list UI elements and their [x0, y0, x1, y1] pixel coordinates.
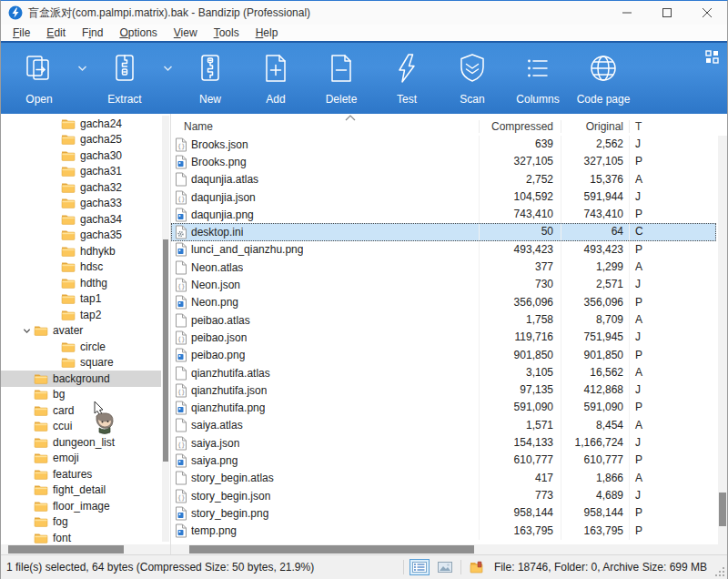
list-vscroll-thumb[interactable]: [719, 493, 726, 526]
file-row-story_begin.atlas[interactable]: story_begin.atlas4171,866A: [171, 470, 716, 487]
bandizip-logo-icon: [8, 5, 23, 20]
file-type: P: [629, 399, 716, 416]
original-size: 1,299: [561, 259, 629, 276]
extract-button[interactable]: Extract: [92, 48, 157, 106]
sidebar-vscroll-thumb[interactable]: [163, 239, 168, 462]
tree-item-features[interactable]: features: [1, 466, 161, 482]
tree-item-dungeon_list[interactable]: dungeon_list: [1, 434, 161, 451]
file-row-saiya.json[interactable]: {}saiya.json154,1331,166,724J: [171, 434, 716, 452]
compressed-size: 1,758: [479, 311, 561, 329]
title-bar[interactable]: 盲盒派对(com.palmpi.matrix).bak - Bandizip (…: [1, 1, 727, 25]
tree-item-label: gacha33: [80, 197, 122, 209]
tree-item-gacha31[interactable]: gacha31: [1, 164, 161, 180]
file-row-qianzhutifa.png[interactable]: qianzhutifa.png591,090591,090P: [171, 399, 716, 416]
menu-item-find[interactable]: Find: [74, 25, 111, 40]
column-header-name[interactable]: Name: [171, 120, 479, 133]
tree-item-fog[interactable]: fog: [1, 514, 161, 531]
tree-item-avater[interactable]: avater: [1, 323, 161, 340]
file-row-daqunjia.json[interactable]: {}daqunjia.json104,592591,944J: [171, 188, 716, 206]
file-row-Brooks.png[interactable]: Brooks.png327,105327,105P: [171, 153, 716, 170]
file-row-daqunjia.atlas[interactable]: daqunjia.atlas2,75215,376A: [171, 171, 716, 188]
tree-item-tap2[interactable]: tap2: [1, 307, 161, 323]
delete-button[interactable]: Delete: [308, 48, 374, 106]
menu-item-file[interactable]: File: [5, 25, 38, 40]
column-header-type[interactable]: T: [629, 120, 727, 133]
minimize-button[interactable]: [607, 1, 647, 25]
file-row-daqunjia.png[interactable]: daqunjia.png743,410743,410P: [171, 206, 716, 223]
file-row-Neon.png[interactable]: Neon.png356,096356,096P: [171, 294, 716, 311]
expand-chevron-icon[interactable]: [19, 327, 34, 335]
tree-item-bg[interactable]: bg: [1, 387, 161, 403]
tree-item-hdhykb[interactable]: hdhykb: [1, 243, 161, 259]
column-header-compressed[interactable]: Compressed: [479, 120, 561, 133]
tree-item-gacha32[interactable]: gacha32: [1, 179, 161, 196]
tree-item-background[interactable]: background: [1, 371, 161, 387]
columns-button[interactable]: Columns: [505, 48, 571, 106]
open-folder-icon[interactable]: [467, 559, 487, 575]
extract-dropdown-button[interactable]: [157, 52, 177, 85]
file-row-desktop.ini[interactable]: desktop.ini5064C: [171, 223, 716, 240]
menu-item-tools[interactable]: Tools: [206, 25, 248, 40]
list-view-icon[interactable]: [410, 559, 430, 575]
sidebar-vertical-scrollbar[interactable]: [162, 116, 169, 542]
file-name: saiya.atlas: [191, 419, 243, 432]
file-row-qianzhutifa.atlas[interactable]: qianzhutifa.atlas3,10516,562A: [171, 364, 716, 381]
file-row-saiya.atlas[interactable]: saiya.atlas1,5718,454A: [171, 417, 716, 434]
file-row-saiya.png[interactable]: saiya.png610,777610,777P: [171, 452, 716, 469]
tree-item-gacha25[interactable]: gacha25: [1, 132, 161, 148]
file-row-temp.png[interactable]: temp.png163,795163,795P: [171, 523, 716, 540]
tree-item-fight_detail[interactable]: fight_detail: [1, 482, 161, 499]
png-file-icon: [175, 523, 191, 538]
menu-item-options[interactable]: Options: [111, 25, 165, 40]
open-button[interactable]: Open: [6, 48, 72, 106]
list-vertical-scrollbar[interactable]: [718, 136, 727, 544]
maximize-button[interactable]: [647, 1, 687, 25]
file-type: J: [629, 381, 716, 399]
tree-item-hdsc[interactable]: hdsc: [1, 259, 161, 276]
tree-item-gacha30[interactable]: gacha30: [1, 147, 161, 164]
close-button[interactable]: [687, 1, 727, 25]
menu-item-edit[interactable]: Edit: [38, 25, 74, 40]
resize-grip[interactable]: [715, 567, 724, 576]
scan-button[interactable]: Scan: [440, 48, 505, 106]
file-row-story_begin.json[interactable]: {}story_begin.json7734,689J: [171, 487, 716, 504]
menu-item-help[interactable]: Help: [248, 25, 287, 40]
tree-item-floor_image[interactable]: floor_image: [1, 498, 161, 514]
image-preview-icon[interactable]: [435, 559, 455, 575]
sidebar-hscroll-thumb[interactable]: [8, 545, 124, 554]
list-hscroll-thumb[interactable]: [189, 545, 474, 554]
original-size: 327,105: [561, 153, 629, 170]
tree-item-gacha24[interactable]: gacha24: [1, 116, 161, 132]
tree-item-gacha33[interactable]: gacha33: [1, 196, 161, 212]
tree-item-hdthg[interactable]: hdthg: [1, 275, 161, 291]
add-button[interactable]: Add: [243, 48, 308, 106]
sidebar-horizontal-scrollbar[interactable]: [1, 544, 171, 554]
code-page-button[interactable]: Code page: [571, 48, 636, 106]
file-row-lunci_and_qianzhu.png[interactable]: lunci_and_qianzhu.png493,423493,423P: [171, 241, 716, 259]
file-row-qianzhutifa.json[interactable]: {}qianzhutifa.json97,135412,868J: [171, 381, 716, 399]
list-horizontal-scrollbar[interactable]: [171, 544, 727, 554]
tree-item-circle[interactable]: circle: [1, 339, 161, 355]
tree-item-card[interactable]: card: [1, 402, 161, 419]
file-row-Neon.json[interactable]: {}Neon.json7302,571J: [171, 276, 716, 293]
file-row-Brooks.json[interactable]: {}Brooks.json6392,562J: [171, 136, 716, 153]
file-row-peibao.json[interactable]: {}peibao.json119,716751,945J: [171, 329, 716, 346]
test-button[interactable]: Test: [374, 48, 440, 106]
tree-item-gacha34[interactable]: gacha34: [1, 211, 161, 228]
tree-item-ccui[interactable]: ccui: [1, 419, 161, 435]
tree-item-square[interactable]: square: [1, 355, 161, 371]
file-row-peibao.atlas[interactable]: peibao.atlas1,7588,709A: [171, 311, 716, 329]
tree-item-emoji[interactable]: emoji: [1, 451, 161, 467]
column-header-original[interactable]: Original: [561, 120, 629, 133]
file-row-story_begin.png[interactable]: story_begin.png958,144958,144P: [171, 504, 716, 522]
tree-item-font[interactable]: font: [1, 530, 161, 543]
file-row-peibao.png[interactable]: peibao.png901,850901,850P: [171, 347, 716, 364]
open-dropdown-button[interactable]: [72, 52, 92, 85]
new-button[interactable]: New: [177, 48, 243, 106]
tree-item-gacha35[interactable]: gacha35: [1, 228, 161, 244]
file-row-Neon.atlas[interactable]: Neon.atlas3771,299A: [171, 259, 716, 276]
toolbar-customize-icon[interactable]: [705, 50, 720, 65]
menu-item-view[interactable]: View: [166, 25, 206, 40]
tree-item-tap1[interactable]: tap1: [1, 291, 161, 308]
file-name: Neon.atlas: [191, 261, 243, 274]
